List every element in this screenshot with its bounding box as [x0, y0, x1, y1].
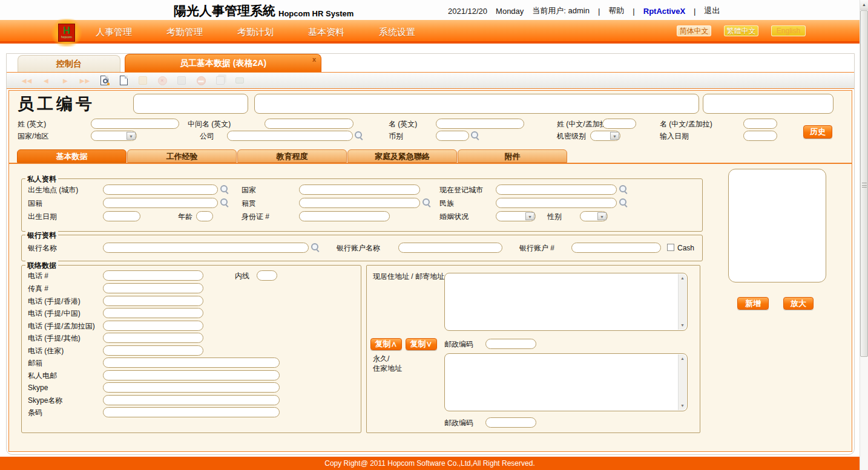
company-input[interactable]	[227, 131, 353, 141]
photo-zoom-button[interactable]: 放大	[783, 297, 814, 310]
subtab-family-emergency[interactable]: 家庭及紧急聯絡	[347, 149, 457, 163]
scroll-up-icon[interactable]: ▲	[679, 275, 686, 282]
employee-number-input[interactable]	[133, 94, 248, 114]
barcode-input[interactable]	[103, 407, 280, 417]
subtab-basic-data[interactable]: 基本数据	[17, 149, 127, 163]
bank-account-no-input[interactable]	[571, 243, 661, 253]
birth-place-input[interactable]	[103, 184, 218, 195]
personal-email-input[interactable]	[103, 370, 280, 380]
extension-input[interactable]	[257, 270, 277, 281]
menu-item-attendance[interactable]: 考勤管理	[166, 20, 237, 44]
bank-name-search-icon[interactable]	[311, 243, 320, 252]
permanent-address-textarea[interactable]: ▲ ▼	[444, 353, 688, 411]
menu-item-attendance-plan[interactable]: 考勤计划	[237, 20, 308, 44]
tab-console[interactable]: 控制台	[18, 55, 120, 72]
scroll-up-icon[interactable]: ▲	[679, 355, 686, 362]
gender-select[interactable]: ▼	[580, 211, 608, 221]
skype-input[interactable]	[103, 382, 280, 393]
nav-previous-icon[interactable]: ◄	[39, 74, 53, 87]
cash-checkbox[interactable]	[667, 244, 674, 251]
marital-status-select[interactable]: ▼	[496, 211, 536, 221]
print-icon[interactable]	[233, 74, 246, 87]
mobile-other-input[interactable]	[103, 333, 203, 343]
fax-input[interactable]	[103, 283, 203, 293]
scrollbar-up-icon[interactable]: ▲	[860, 0, 868, 10]
menu-item-hr[interactable]: 人事管理	[96, 20, 166, 44]
confidential-level-select[interactable]: ▼	[590, 131, 620, 141]
native-place-input[interactable]	[299, 198, 420, 208]
scrollbar-thumb[interactable]	[860, 10, 868, 357]
ethnicity-input[interactable]	[496, 198, 617, 208]
last-name-cn-input[interactable]	[602, 119, 636, 129]
chevron-down-icon[interactable]: ▼	[597, 212, 607, 220]
nav-next-icon[interactable]: ►	[59, 74, 72, 87]
rptactivex-link[interactable]: RptActiveX	[643, 7, 685, 16]
history-button[interactable]: 历史	[803, 125, 832, 139]
email-input[interactable]	[103, 357, 280, 368]
bank-account-name-input[interactable]	[398, 243, 502, 253]
scroll-down-icon[interactable]: ▼	[679, 322, 686, 329]
scroll-down-icon[interactable]: ▼	[679, 402, 686, 410]
phone-input[interactable]	[103, 270, 203, 281]
mobile-cn-input[interactable]	[103, 308, 203, 318]
nationality-search-icon[interactable]	[220, 198, 229, 207]
last-name-en-input[interactable]	[91, 119, 179, 129]
birth-place-search-icon[interactable]	[220, 184, 229, 194]
employee-alt-display-input[interactable]	[703, 94, 833, 114]
middle-name-en-input[interactable]	[265, 119, 353, 129]
lang-traditional-button[interactable]: 繁體中文	[724, 25, 758, 36]
edit-icon[interactable]	[136, 74, 150, 87]
save-icon[interactable]	[175, 74, 188, 87]
textarea-scrollbar[interactable]: ▲ ▼	[678, 274, 686, 330]
bank-name-input[interactable]	[103, 243, 309, 253]
cancel-icon[interactable]: ×	[156, 74, 169, 87]
logout-link[interactable]: 退出	[705, 5, 720, 16]
subtab-education[interactable]: 教育程度	[237, 149, 347, 163]
tab-employee-basic-data[interactable]: 员工基本数据 (表格2A) x	[125, 54, 321, 72]
tab-close-icon[interactable]: x	[312, 55, 316, 64]
textarea-scrollbar[interactable]: ▲ ▼	[678, 354, 686, 410]
chevron-down-icon[interactable]: ▼	[525, 212, 534, 220]
lang-simplified-button[interactable]: 简体中文	[677, 25, 711, 36]
subtab-work-experience[interactable]: 工作经验	[127, 149, 237, 163]
help-link[interactable]: 帮助	[608, 5, 624, 16]
age-input[interactable]	[196, 211, 213, 221]
native-place-search-icon[interactable]	[422, 198, 431, 207]
nationality-input[interactable]	[103, 198, 218, 208]
chevron-down-icon[interactable]: ▼	[610, 132, 619, 140]
reg-city-search-icon[interactable]	[619, 184, 628, 194]
postal-code-input[interactable]	[485, 339, 536, 349]
menu-item-system-settings[interactable]: 系统设置	[379, 20, 450, 44]
new-record-icon[interactable]	[117, 74, 130, 87]
app-logo-icon[interactable]: H hopcom	[50, 19, 84, 47]
subtab-attachments[interactable]: 附件	[458, 149, 567, 163]
country-input[interactable]	[299, 184, 420, 195]
lang-english-button[interactable]: English	[771, 25, 806, 36]
skype-name-input[interactable]	[103, 395, 280, 405]
currency-input[interactable]	[436, 131, 469, 141]
current-address-textarea[interactable]: ▲ ▼	[444, 273, 688, 331]
first-name-cn-input[interactable]	[743, 119, 777, 129]
postal-code-2-input[interactable]	[485, 417, 536, 428]
chevron-down-icon[interactable]: ▼	[127, 132, 136, 140]
nav-last-icon[interactable]: ►►	[78, 74, 91, 87]
birth-date-input[interactable]	[103, 211, 140, 221]
employee-name-display-input[interactable]	[254, 94, 699, 114]
preview-search-icon[interactable]	[97, 74, 111, 87]
copy-icon[interactable]	[214, 74, 227, 87]
reg-city-input[interactable]	[496, 184, 617, 195]
nav-first-icon[interactable]: ◄◄	[20, 74, 33, 87]
copy-down-button[interactable]: 复制∨	[406, 338, 437, 350]
phone-home-input[interactable]	[103, 345, 203, 356]
first-name-en-input[interactable]	[436, 119, 524, 129]
photo-add-button[interactable]: 新增	[737, 297, 769, 310]
country-region-select[interactable]: ▼	[91, 131, 137, 141]
company-search-icon[interactable]	[354, 131, 363, 140]
ethnicity-search-icon[interactable]	[619, 198, 628, 207]
id-card-input[interactable]	[299, 211, 390, 221]
menu-item-basic-data[interactable]: 基本资料	[308, 20, 379, 44]
entry-date-input[interactable]	[743, 131, 777, 141]
copy-up-button[interactable]: 复制∧	[370, 338, 402, 350]
currency-search-icon[interactable]	[470, 131, 479, 140]
vertical-scrollbar[interactable]: ▲	[860, 0, 868, 470]
